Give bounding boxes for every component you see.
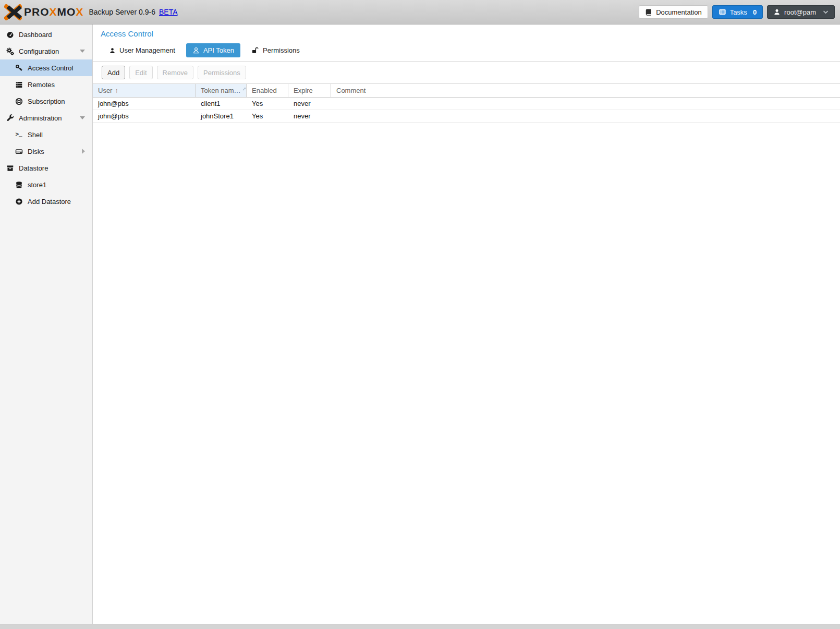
user-label: root@pam (784, 8, 816, 16)
sidebar-item-subscription[interactable]: Subscription (0, 93, 92, 110)
table-row[interactable]: john@pbs client1 Yes never (93, 98, 840, 110)
chevron-down-icon (80, 50, 85, 53)
plus-circle-icon (14, 198, 23, 205)
sidebar-item-label: Disks (28, 148, 44, 155)
sidebar-item-label: Configuration (19, 47, 59, 55)
cell-user: john@pbs (93, 112, 196, 120)
cell-expire: never (288, 100, 331, 107)
cell-user: john@pbs (93, 100, 196, 107)
tasks-button[interactable]: Tasks 0 (712, 5, 763, 19)
sidebar-item-datastore[interactable]: Datastore (0, 160, 92, 176)
sidebar-item-label: store1 (28, 181, 46, 189)
sidebar-item-label: Datastore (19, 164, 48, 172)
sidebar-item-dashboard[interactable]: Dashboard (0, 26, 92, 43)
main-panel: Access Control User Management (93, 25, 840, 624)
tasks-label: Tasks (730, 8, 747, 16)
tachometer-icon (5, 31, 15, 39)
secondary-sort-icon (242, 87, 246, 91)
chevron-down-icon (823, 10, 829, 14)
server-list-icon (14, 81, 23, 89)
sidebar-item-remotes[interactable]: Remotes (0, 76, 92, 93)
beta-link[interactable]: BETA (159, 8, 178, 16)
user-icon (773, 8, 781, 16)
sidebar-item-label: Shell (28, 131, 43, 139)
sidebar-item-label: Subscription (28, 98, 65, 105)
sidebar-item-label: Add Datastore (28, 198, 71, 205)
toolbar: Add Edit Remove Permissions (93, 62, 840, 83)
table-row[interactable]: john@pbs johnStore1 Yes never (93, 110, 840, 123)
documentation-label: Documentation (656, 8, 701, 16)
table-header: User ↑ Token nam… Enabled Expire Comme (93, 83, 840, 98)
sidebar-item-label: Access Control (28, 64, 73, 72)
database-icon (14, 181, 23, 189)
sidebar-item-disks[interactable]: Disks (0, 143, 92, 160)
sidebar-item-label: Dashboard (19, 31, 52, 39)
sidebar-item-store1[interactable]: store1 (0, 176, 92, 193)
unlock-icon (251, 47, 259, 54)
book-icon (645, 8, 652, 16)
gears-icon (5, 47, 15, 55)
permissions-button: Permissions (198, 66, 246, 79)
sidebar-item-label: Administration (19, 114, 62, 122)
tab-label: User Management (119, 46, 175, 54)
archive-icon (5, 164, 15, 172)
cell-enabled: Yes (247, 112, 288, 120)
edit-button: Edit (129, 66, 152, 79)
column-header-token-name[interactable]: Token nam… (196, 84, 247, 97)
column-header-comment[interactable]: Comment (331, 84, 840, 97)
life-ring-icon (14, 98, 23, 105)
hdd-icon (14, 148, 23, 155)
sidebar-item-configuration[interactable]: Configuration (0, 43, 92, 59)
sidebar-item-add-datastore[interactable]: Add Datastore (0, 193, 92, 210)
sidebar-item-shell[interactable]: >_ Shell (0, 126, 92, 143)
add-button[interactable]: Add (102, 66, 125, 79)
task-list-icon (719, 8, 726, 16)
documentation-button[interactable]: Documentation (639, 5, 708, 19)
sidebar-item-administration[interactable]: Administration (0, 110, 92, 126)
sort-ascending-icon: ↑ (115, 87, 118, 94)
tab-user-management[interactable]: User Management (103, 43, 181, 57)
product-name: Backup Server 0.9-6 (89, 8, 155, 16)
cell-token-name: johnStore1 (196, 112, 247, 120)
tab-permissions[interactable]: Permissions (245, 43, 306, 57)
cell-enabled: Yes (247, 100, 288, 107)
sidebar: Dashboard (0, 25, 93, 624)
user-icon (109, 47, 116, 54)
terminal-icon: >_ (14, 131, 23, 138)
sidebar-item-label: Remotes (28, 81, 55, 89)
user-outline-icon (192, 46, 200, 54)
page-title: Access Control (101, 29, 840, 38)
column-header-user[interactable]: User ↑ (93, 84, 196, 97)
cell-token-name: client1 (196, 100, 247, 107)
tabbar: User Management API Token (103, 43, 840, 57)
tab-api-token[interactable]: API Token (186, 43, 240, 57)
window-bottom-edge (0, 624, 840, 629)
tab-label: API Token (203, 46, 234, 54)
tab-label: Permissions (263, 46, 300, 54)
tasks-count-badge: 0 (753, 8, 757, 16)
remove-button: Remove (157, 66, 193, 79)
proxmox-logo: PROXMOX (4, 4, 83, 20)
top-header: PROXMOX Backup Server 0.9-6 BETA Documen… (0, 0, 840, 25)
chevron-right-icon (82, 149, 85, 154)
column-header-enabled[interactable]: Enabled (247, 84, 288, 97)
column-header-expire[interactable]: Expire (288, 84, 331, 97)
chevron-down-icon (80, 116, 85, 119)
proxmox-wordmark: PROXMOX (24, 6, 83, 18)
user-menu-button[interactable]: root@pam (767, 5, 835, 19)
proxmox-x-mark-icon (4, 4, 22, 20)
cell-expire: never (288, 112, 331, 120)
wrench-icon (5, 114, 15, 122)
key-icon (14, 64, 23, 72)
sidebar-item-access-control[interactable]: Access Control (0, 59, 92, 76)
